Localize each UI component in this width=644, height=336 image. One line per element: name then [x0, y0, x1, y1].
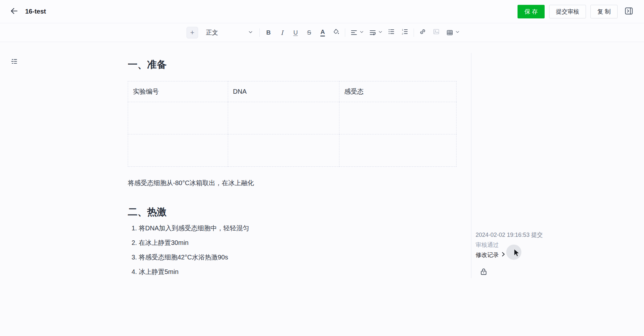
save-button[interactable]: 保 存 [518, 5, 545, 18]
fill-color-button[interactable] [331, 28, 341, 37]
copy-button[interactable]: 复 制 [590, 5, 618, 18]
chevron-right-icon [501, 250, 506, 260]
table-cell[interactable] [339, 102, 457, 134]
chevron-down-icon [248, 29, 253, 36]
toolbar-divider [259, 28, 260, 37]
panel-toggle-icon [624, 6, 634, 17]
table-row [128, 134, 457, 167]
strikethrough-button[interactable]: S [304, 28, 314, 37]
ordered-list-icon: 12 [401, 28, 408, 37]
align-dropdown[interactable] [349, 28, 364, 37]
lock-icon [479, 268, 488, 277]
panel-divider [471, 53, 471, 278]
toolbar-divider [345, 28, 345, 37]
steps-list: 将DNA加入到感受态细胞中，轻轻混匀 在冰上静置30min 将感受态细胞42°C… [128, 223, 456, 277]
list-item: 将DNA加入到感受态细胞中，轻轻混匀 [139, 223, 456, 233]
mouse-cursor-icon [514, 249, 519, 259]
image-icon [433, 28, 440, 37]
chevron-down-icon [378, 30, 383, 36]
table-header-cell: 感受态 [339, 81, 457, 102]
line-height-dropdown[interactable] [368, 28, 383, 37]
paragraph-style-value: 正文 [206, 28, 218, 37]
paragraph-style-dropdown[interactable]: 正文 [202, 27, 256, 38]
experiment-table: 实验编号 DNA 感受态 [128, 81, 457, 167]
table-cell[interactable] [228, 134, 339, 167]
submit-review-button[interactable]: 提交审核 [549, 5, 586, 18]
bold-icon: B [266, 29, 271, 36]
doc-heading-1: 一、准备 [128, 58, 456, 71]
table-cell[interactable] [339, 134, 457, 167]
header-actions: 保 存 提交审核 复 制 [518, 5, 636, 18]
table-cell[interactable] [128, 102, 228, 134]
underline-icon: U [293, 29, 298, 36]
italic-icon: I [281, 29, 283, 36]
review-panel: 2024-02-02 19:16:53 提交 审核通过 修改记录 [476, 230, 572, 260]
review-status: 审核通过 [476, 240, 572, 250]
history-link-label: 修改记录 [476, 250, 499, 260]
outline-icon [10, 57, 18, 67]
align-icon [349, 28, 359, 37]
list-item: 将感受态细胞42°C水浴热激90s [139, 252, 456, 262]
link-button[interactable] [418, 28, 428, 37]
bold-button[interactable]: B [264, 28, 273, 37]
link-icon [419, 28, 426, 37]
svg-text:1: 1 [402, 28, 403, 31]
fill-color-icon [333, 28, 340, 37]
plus-icon: + [190, 28, 195, 37]
list-item: 在冰上静置30min [139, 238, 456, 247]
bullet-list-icon [388, 28, 395, 37]
table-cell[interactable] [128, 134, 228, 167]
doc-heading-2: 二、热激 [128, 205, 456, 219]
table-header-cell: 实验编号 [128, 81, 228, 102]
table-header-cell: DNA [228, 81, 339, 102]
line-height-icon [368, 28, 377, 37]
text-color-icon: A [320, 29, 325, 37]
italic-button[interactable]: I [277, 28, 287, 37]
table-row [128, 102, 457, 134]
svg-text:2: 2 [402, 32, 403, 35]
list-item: 冰上静置5min [139, 267, 456, 277]
insert-block-button[interactable]: + [186, 27, 198, 38]
submitted-timestamp: 2024-02-02 19:16:53 提交 [476, 230, 572, 240]
document-title: 16-test [25, 8, 46, 15]
ordered-list-button[interactable]: 12 [400, 28, 410, 37]
chevron-down-icon [359, 30, 364, 36]
image-button[interactable] [431, 28, 441, 37]
editor-content: 一、准备 实验编号 DNA 感受态 将感受态细胞从-80°C冰箱取出，在冰上融化… [128, 42, 456, 281]
top-header: 16-test 保 存 提交审核 复 制 [0, 0, 644, 23]
text-color-button[interactable]: A [318, 28, 327, 37]
table-icon [445, 28, 455, 37]
bullet-list-button[interactable] [387, 28, 396, 37]
toolbar-divider [414, 28, 414, 37]
arrow-left-icon [10, 6, 19, 17]
underline-button[interactable]: U [291, 28, 300, 37]
table-dropdown[interactable] [445, 28, 460, 37]
strikethrough-icon: S [307, 29, 311, 36]
history-link[interactable]: 修改记录 [476, 250, 572, 260]
outline-toggle-button[interactable] [8, 56, 21, 68]
doc-paragraph: 将感受态细胞从-80°C冰箱取出，在冰上融化 [128, 178, 456, 187]
editor-toolbar: + 正文 B I U S A [0, 23, 644, 42]
table-header-row: 实验编号 DNA 感受态 [128, 81, 457, 102]
back-button[interactable] [8, 6, 20, 17]
collapse-panel-button[interactable] [622, 5, 636, 18]
table-cell[interactable] [228, 102, 339, 134]
chevron-down-icon [455, 30, 460, 36]
